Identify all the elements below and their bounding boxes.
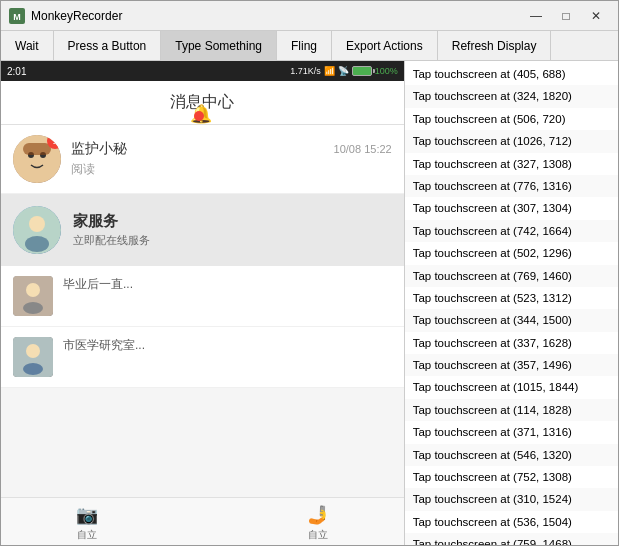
svg-point-7	[29, 216, 45, 232]
action-item[interactable]: Tap touchscreen at (536, 1504)	[405, 511, 618, 533]
chat-info: 监护小秘 10/08 15:22 阅读	[71, 140, 392, 178]
action-item[interactable]: Tap touchscreen at (405, 688)	[405, 63, 618, 85]
selfie-nav-icon: 🤳	[307, 504, 329, 526]
message-center-header: 🔔 消息中心	[1, 81, 404, 125]
title-bar-left: M MonkeyRecorder	[9, 8, 122, 24]
phone-app-content: 🔔 消息中心	[1, 81, 404, 546]
status-time: 2:01	[7, 66, 26, 77]
menu-btn-refresh-display[interactable]: Refresh Display	[438, 31, 552, 61]
service-avatar-image	[13, 206, 61, 254]
status-carrier: 1.71K/s	[290, 66, 321, 76]
post-avatar-2	[13, 337, 53, 377]
nav-item-camera[interactable]: 📷 自立	[76, 504, 98, 542]
service-subtitle: 立即配在线服务	[73, 233, 392, 248]
chat-name: 监护小秘	[71, 140, 127, 158]
camera-nav-icon: 📷	[76, 504, 98, 526]
main-content: 2:01 1.71K/s 📶 📡 100% 🔔 消息中心	[1, 61, 618, 546]
bottom-nav: 📷 自立 🤳 自立	[1, 497, 404, 546]
chat-preview: 阅读	[71, 161, 392, 178]
chat-item[interactable]: 1 监护小秘 10/08 15:22 阅读	[1, 125, 404, 194]
action-item[interactable]: Tap touchscreen at (506, 720)	[405, 108, 618, 130]
svg-text:M: M	[13, 12, 21, 22]
chat-time: 10/08 15:22	[334, 143, 392, 155]
action-item[interactable]: Tap touchscreen at (523, 1312)	[405, 287, 618, 309]
action-item[interactable]: Tap touchscreen at (307, 1304)	[405, 197, 618, 219]
service-info: 家服务 立即配在线服务	[73, 212, 392, 248]
action-item[interactable]: Tap touchscreen at (324, 1820)	[405, 85, 618, 107]
menu-bar: WaitPress a ButtonType SomethingFlingExp…	[1, 31, 618, 61]
signal-icon: 📡	[338, 66, 349, 76]
action-item[interactable]: Tap touchscreen at (769, 1460)	[405, 265, 618, 287]
actions-area: Tap touchscreen at (405, 688)Tap touchsc…	[405, 61, 618, 546]
menu-btn-type-something[interactable]: Type Something	[161, 31, 277, 61]
menu-btn-export-actions[interactable]: Export Actions	[332, 31, 438, 61]
action-item[interactable]: Tap touchscreen at (1015, 1844)	[405, 376, 618, 398]
close-button[interactable]: ✕	[582, 6, 610, 26]
phone-status-bar: 2:01 1.71K/s 📶 📡 100%	[1, 61, 404, 81]
minimize-button[interactable]: —	[522, 6, 550, 26]
service-item[interactable]: 家服务 立即配在线服务	[1, 194, 404, 266]
svg-point-8	[25, 236, 49, 252]
status-left: 2:01	[7, 66, 26, 77]
action-item[interactable]: Tap touchscreen at (546, 1320)	[405, 444, 618, 466]
post-text-1: 毕业后一直...	[63, 276, 392, 293]
action-item[interactable]: Tap touchscreen at (776, 1316)	[405, 175, 618, 197]
phone-screen-area[interactable]: 2:01 1.71K/s 📶 📡 100% 🔔 消息中心	[1, 61, 405, 546]
post-content-1: 毕业后一直...	[63, 276, 392, 316]
action-item[interactable]: Tap touchscreen at (344, 1500)	[405, 309, 618, 331]
action-item[interactable]: Tap touchscreen at (337, 1628)	[405, 332, 618, 354]
action-item[interactable]: Tap touchscreen at (759, 1468)	[405, 533, 618, 546]
nav-label-camera: 自立	[77, 528, 97, 542]
post-item-1[interactable]: 毕业后一直...	[1, 266, 404, 327]
service-avatar	[13, 206, 61, 254]
menu-btn-fling[interactable]: Fling	[277, 31, 332, 61]
action-item[interactable]: Tap touchscreen at (357, 1496)	[405, 354, 618, 376]
svg-point-11	[23, 302, 43, 314]
window-controls: — □ ✕	[522, 6, 610, 26]
action-item[interactable]: Tap touchscreen at (114, 1828)	[405, 399, 618, 421]
post-text-2: 市医学研究室...	[63, 337, 392, 354]
bell-badge	[194, 111, 204, 121]
svg-point-10	[26, 283, 40, 297]
post-content-2: 市医学研究室...	[63, 337, 392, 377]
app-title: MonkeyRecorder	[31, 9, 122, 23]
app-icon: M	[9, 8, 25, 24]
svg-point-13	[26, 344, 40, 358]
title-bar: M MonkeyRecorder — □ ✕	[1, 1, 618, 31]
svg-point-14	[23, 363, 43, 375]
nav-label-selfie: 自立	[308, 528, 328, 542]
action-item[interactable]: Tap touchscreen at (752, 1308)	[405, 466, 618, 488]
svg-rect-5	[23, 143, 51, 155]
battery-percent: 100%	[375, 66, 398, 76]
actions-list[interactable]: Tap touchscreen at (405, 688)Tap touchsc…	[405, 61, 618, 546]
chat-avatar: 1	[13, 135, 61, 183]
status-right: 1.71K/s 📶 📡 100%	[290, 66, 398, 76]
action-item[interactable]: Tap touchscreen at (1026, 712)	[405, 130, 618, 152]
wifi-icon: 📶	[324, 66, 335, 76]
action-item[interactable]: Tap touchscreen at (327, 1308)	[405, 153, 618, 175]
post-avatar-1	[13, 276, 53, 316]
menu-btn-wait[interactable]: Wait	[1, 31, 54, 61]
menu-btn-press-button[interactable]: Press a Button	[54, 31, 162, 61]
action-item[interactable]: Tap touchscreen at (371, 1316)	[405, 421, 618, 443]
battery-indicator	[352, 66, 372, 76]
maximize-button[interactable]: □	[552, 6, 580, 26]
service-title: 家服务	[73, 212, 392, 231]
post-item-2[interactable]: 市医学研究室...	[1, 327, 404, 388]
action-item[interactable]: Tap touchscreen at (742, 1664)	[405, 220, 618, 242]
chat-badge: 1	[47, 135, 61, 149]
nav-item-selfie[interactable]: 🤳 自立	[307, 504, 329, 542]
action-item[interactable]: Tap touchscreen at (310, 1524)	[405, 488, 618, 510]
action-item[interactable]: Tap touchscreen at (502, 1296)	[405, 242, 618, 264]
chat-name-row: 监护小秘 10/08 15:22	[71, 140, 392, 158]
